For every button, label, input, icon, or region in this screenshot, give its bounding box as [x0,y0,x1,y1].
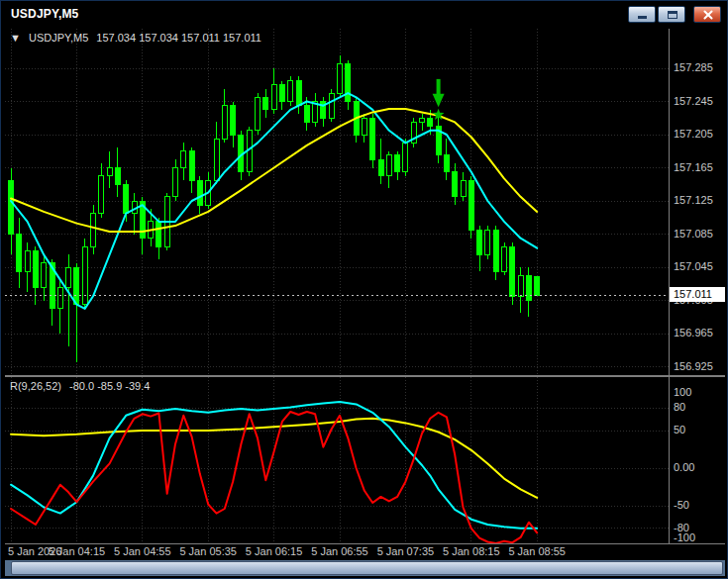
price-axis-label: 157.205 [674,128,713,140]
minimize-icon [638,16,647,19]
indicator-axis-label: -100 [674,531,695,543]
indicator-axis-label: -50 [674,499,689,511]
main-chart-pane[interactable]: ▼ USDJPY,M5 157.034 157.034 157.011 157.… [5,29,725,375]
time-axis-label: 5 Jan 05:35 [179,545,237,557]
current-price-tag: 157.011 [670,287,725,302]
chart-ohlc-values: 157.034 157.034 157.011 157.011 [96,32,261,44]
price-axis-label: 156.965 [674,327,713,338]
chart-content: ▼ USDJPY,M5 157.034 157.034 157.011 157.… [5,29,725,576]
indicator-header: R(9,26,52) -80.0 -85.9 -39.4 [10,380,155,392]
minimize-button[interactable] [628,6,656,23]
indicator-axis-label: 0.00 [674,461,694,473]
time-axis-label: 5 Jan 08:15 [443,545,500,557]
indicator-axis-label: 100 [674,386,691,398]
time-axis-label: 5 Jan 07:35 [377,545,435,557]
scrollbar-thumb[interactable] [11,561,723,575]
horizontal-scrollbar[interactable] [5,560,725,576]
sell-arrow-icon [433,79,445,107]
indicator-pane[interactable]: R(9,26,52) -80.0 -85.9 -39.4 10080500.00… [5,377,725,543]
oscillator-chart[interactable] [5,377,669,543]
maximize-button[interactable] [658,6,685,23]
time-axis-label: 5 Jan 06:15 [246,545,303,557]
price-axis-label: 157.285 [674,61,713,73]
time-axis-label: 5 Jan 04:55 [114,545,171,557]
mt4-chart-window: USDJPY,M5 ▼ USDJPY,M5 157.034 157.034 15… [0,0,728,579]
close-icon [702,9,714,21]
chart-symbol-period: USDJPY,M5 [29,32,88,44]
window-controls [626,6,721,23]
time-axis-label: 5 Jan 08:55 [508,545,566,557]
candlestick-chart[interactable] [5,29,669,375]
indicator-values: -80.0 -85.9 -39.4 [69,380,150,392]
window-title: USDJPY,M5 [11,7,79,21]
chart-menu-triangle-icon[interactable]: ▼ [10,32,21,44]
chart-ohlc-header: ▼ USDJPY,M5 157.034 157.034 157.011 157.… [10,32,266,44]
indicator-name: R(9,26,52) [10,380,61,392]
close-button[interactable] [693,6,721,23]
time-axis[interactable]: 5 Jan 20265 Jan 04:155 Jan 04:555 Jan 05… [5,544,725,560]
price-axis-label: 157.085 [674,228,713,240]
price-axis-label: 157.125 [674,194,713,206]
price-axis-label: 156.925 [674,360,713,372]
time-axis-label: 5 Jan 06:55 [311,545,368,557]
title-bar[interactable]: USDJPY,M5 [5,3,723,27]
time-axis-label: 5 Jan 04:15 [49,545,106,557]
maximize-icon [668,11,677,19]
indicator-axis-label: 80 [674,401,685,413]
indicator-axis-label: 50 [674,424,685,435]
price-axis-label: 157.165 [674,161,713,173]
price-axis-label: 157.045 [674,260,713,272]
price-axis-label: 157.245 [674,95,713,107]
